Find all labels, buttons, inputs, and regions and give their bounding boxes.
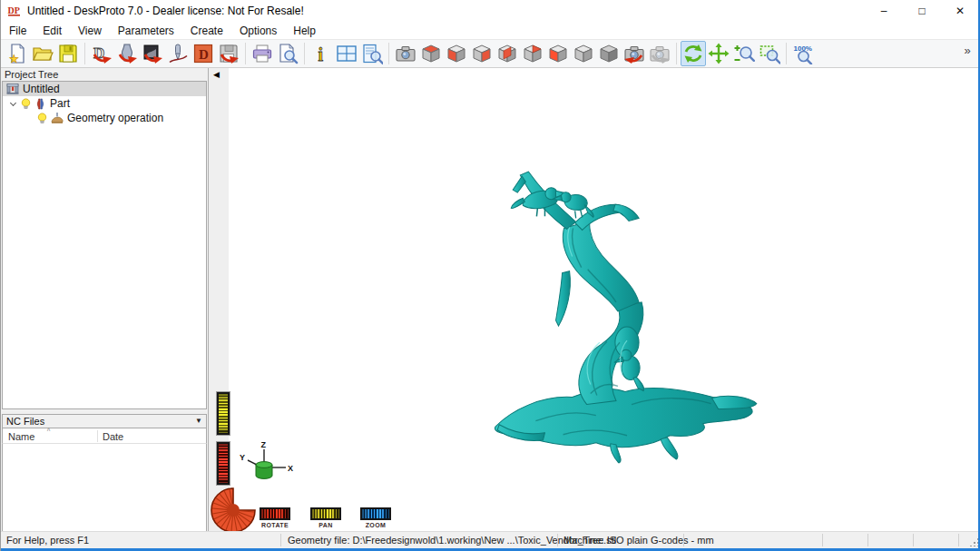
report-preview-button[interactable] [359,41,385,66]
cube-left-icon [547,43,569,64]
info-button[interactable]: i [309,41,334,66]
dropdown-arrow-icon[interactable]: ▼ [195,417,202,425]
open-folder-icon [32,43,54,64]
model-body [495,172,756,463]
camera-next-icon [649,43,671,64]
svg-text:★: ★ [9,53,19,64]
zoom-plusminus-icon [733,43,755,64]
axis-indicator: Z X Y [238,440,294,493]
resize-grip[interactable] [969,537,978,546]
toolbar-separator [388,43,389,64]
project-icon [6,83,19,95]
view-bottom-button[interactable] [444,41,469,66]
load-geometry-wizard-button[interactable]: D [89,41,114,66]
new-project-button[interactable]: ★ [5,41,30,66]
view-top-button[interactable] [418,41,444,66]
close-button[interactable]: ✕ [941,0,979,22]
rotate-slider[interactable] [260,507,290,520]
zoom-slider-label: ZOOM [358,522,394,528]
view-right-button[interactable] [545,41,571,66]
rotary-wizard-button[interactable] [114,41,140,66]
column-header-name[interactable]: Name [8,431,34,442]
cutter-icon [167,43,189,64]
open-project-button[interactable] [30,41,55,66]
menu-bar: File Edit View Parameters Create Options… [1,22,980,39]
menu-item-help[interactable]: Help [285,23,324,39]
view-back-button[interactable] [495,41,520,66]
zoom-slider[interactable] [360,507,391,520]
bitmap-red-arrow-icon [142,43,163,64]
window-title: Untitled - DeskProto 7.0 - Dealer licens… [27,5,304,17]
camera-prev-icon [623,43,645,64]
save-icon [57,43,79,64]
minimize-button[interactable]: – [865,0,903,22]
previous-view-button[interactable] [622,41,647,66]
bulb-icon[interactable] [37,113,47,124]
nc-files-header[interactable]: NC Files ▼ [2,414,207,428]
view-perspective-button[interactable] [596,41,622,66]
status-separator [867,534,868,546]
cube-right-icon [471,43,493,64]
left-panel: Project Tree Untitled Part Geometry oper… [1,68,208,531]
next-view-button[interactable] [647,41,672,66]
zoom-100-button[interactable]: 100% [790,41,816,66]
svg-text:DP: DP [8,5,20,15]
tree-item-untitled[interactable]: Untitled [3,82,206,96]
nc-files-column-headers: ∧ Name Date [2,428,207,444]
vertical-slider-red[interactable] [217,442,230,485]
cube-top-icon [420,43,442,64]
toolbar-separator [245,43,246,64]
toolbar-overflow-button[interactable]: » [960,44,975,57]
status-machine: Machine: ISO plain G-codes - mm [564,535,714,546]
dp-red-arrow-icon: D [91,43,113,64]
pan-view-button[interactable] [706,41,731,66]
deskproto-wizard-button[interactable]: D [191,41,216,66]
cutter-wizard-button[interactable] [165,41,191,66]
menu-item-options[interactable]: Options [231,23,285,39]
rotation-dial[interactable] [210,487,257,534]
menu-item-create[interactable]: Create [182,23,231,39]
maximize-button[interactable]: □ [903,0,941,22]
status-separator [913,534,914,546]
geometry-operation-icon [51,112,64,124]
column-header-date[interactable]: Date [103,431,123,442]
sort-indicator-icon: ∧ [46,426,51,433]
menu-item-view[interactable]: View [70,23,110,39]
menu-item-edit[interactable]: Edit [34,23,70,39]
print-preview-button[interactable] [275,41,300,66]
view-left-button[interactable] [520,41,545,66]
bitmap-wizard-button[interactable] [140,41,165,66]
tree-item-geometry-operation[interactable]: Geometry operation [3,111,206,125]
model-3d-tree[interactable] [481,165,773,467]
floppy-red-arrow-icon [218,43,240,64]
viewport-3d[interactable]: ◀ Z X Y ROTATE PAN ZOOM [208,68,980,531]
deskproto-window: DP Untitled - DeskProto 7.0 - Dealer lic… [0,0,980,551]
nc-files-title: NC Files [6,416,44,427]
write-nc-file-button[interactable] [216,41,241,66]
rotate-view-button[interactable] [681,41,706,66]
svg-text:D: D [199,47,209,62]
zoom-in-out-button[interactable] [731,41,757,66]
column-divider[interactable] [97,430,98,442]
snapshot-button[interactable] [393,41,418,66]
printer-icon [251,43,273,64]
split-view-button[interactable] [334,41,359,66]
menu-item-file[interactable]: File [1,23,34,39]
title-bar: DP Untitled - DeskProto 7.0 - Dealer lic… [1,0,980,22]
view-isometric-button[interactable] [571,41,596,66]
save-project-button[interactable] [55,41,81,66]
bulb-icon[interactable] [21,98,31,110]
toolbar-separator [786,43,787,64]
pan-slider[interactable] [310,507,341,520]
menu-item-parameters[interactable]: Parameters [110,23,182,39]
print-button[interactable] [250,41,275,66]
toolbar: ★DDi100% [1,39,980,68]
view-front-button[interactable] [469,41,495,66]
vertical-slider-yellow[interactable] [217,392,230,435]
zoom-window-icon [759,43,780,64]
chevron-down-icon[interactable] [10,99,16,105]
tree-item-part[interactable]: Part [3,96,206,111]
zoom-window-button[interactable] [757,41,782,66]
collapse-panel-arrow-icon[interactable]: ◀ [213,71,220,79]
pan-icon [708,43,730,64]
